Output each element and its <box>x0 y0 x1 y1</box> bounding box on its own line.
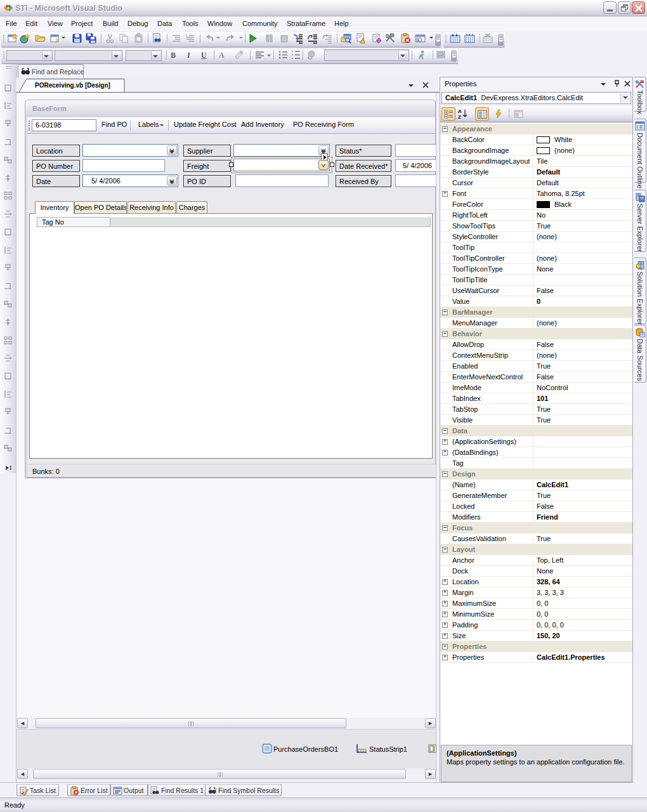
svg-text:A: A <box>458 108 462 114</box>
svg-text:Z: Z <box>458 114 461 119</box>
